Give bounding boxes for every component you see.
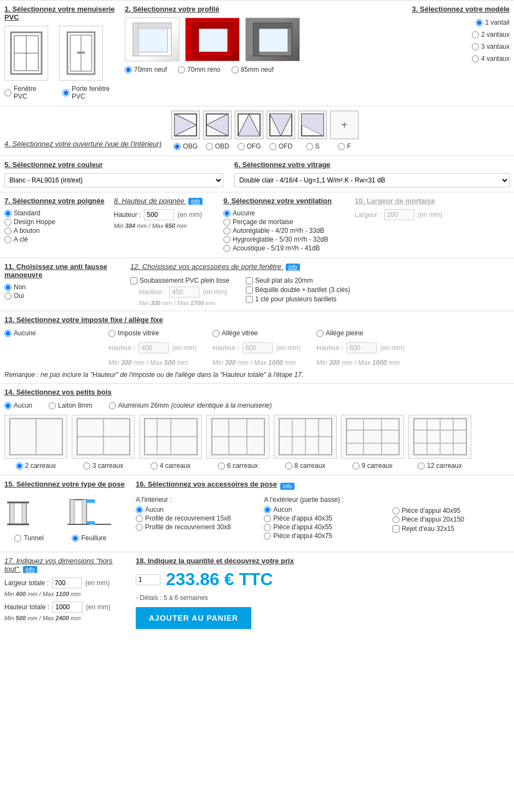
- aucun-petitbois-option[interactable]: Aucun: [4, 402, 32, 409]
- 85neuf-radio[interactable]: [232, 66, 239, 73]
- profil-30x8-radio[interactable]: [136, 524, 143, 531]
- 12carr-label[interactable]: 12 carreaux: [418, 462, 461, 470]
- piece-40x35-radio[interactable]: [264, 515, 271, 522]
- soubassement-option[interactable]: Soubassement PVC plein lisse: [130, 277, 229, 284]
- hauteur-input[interactable]: [53, 602, 83, 613]
- a-bouton-radio[interactable]: [4, 227, 11, 235]
- opening-OBG[interactable]: OBG: [171, 111, 200, 151]
- 70reno-radio[interactable]: [178, 66, 185, 73]
- fenetre-radio[interactable]: [4, 89, 11, 96]
- step8-input[interactable]: [144, 209, 174, 220]
- 70neuf-option[interactable]: 70mm neuf: [125, 66, 167, 73]
- step16-info-badge[interactable]: info: [280, 483, 294, 490]
- porte-fenetre-option[interactable]: Porte fenêtre PVC: [62, 85, 125, 100]
- OFG-label[interactable]: OFG: [238, 142, 261, 150]
- opening-OFD[interactable]: OFD: [267, 111, 295, 151]
- oui-option[interactable]: Oui: [4, 292, 125, 300]
- OBD-radio[interactable]: [206, 143, 213, 150]
- tunnel-radio[interactable]: [14, 535, 21, 542]
- 3carr-label[interactable]: 3 carreaux: [83, 462, 124, 470]
- piece-40x55-option[interactable]: Pièce d'appui 40x55: [264, 523, 381, 531]
- piece-40x75-radio[interactable]: [264, 533, 271, 540]
- 2vantaux-radio[interactable]: [472, 31, 479, 38]
- piece-40x95-radio[interactable]: [392, 507, 400, 514]
- acoustique-option[interactable]: Acoustique - 5/19 m³/h - 41dB: [223, 244, 349, 252]
- opening-OFG[interactable]: OFG: [235, 111, 263, 151]
- petitbois-2carr[interactable]: 2 carreaux: [4, 415, 67, 471]
- piece-20x150-radio[interactable]: [392, 516, 400, 523]
- aucune-imposte-radio[interactable]: [4, 330, 11, 337]
- porte-fenetre-radio[interactable]: [62, 89, 70, 96]
- vitrage-select[interactable]: Double clair - 4/16/4 - Ug=1,1 W/m².K - …: [234, 173, 510, 187]
- oui-radio[interactable]: [4, 293, 11, 300]
- allege-pleine-radio[interactable]: [316, 330, 324, 337]
- 2carr-radio[interactable]: [16, 462, 23, 470]
- bequille-check[interactable]: [246, 287, 253, 294]
- OFD-label[interactable]: OFD: [269, 142, 292, 150]
- laiton-radio[interactable]: [49, 402, 56, 409]
- pose-tunnel[interactable]: Tunnel: [4, 493, 54, 543]
- a-bouton-option[interactable]: A bouton: [4, 227, 108, 235]
- opening-OBD[interactable]: OBD: [203, 111, 232, 151]
- petitbois-8carr[interactable]: 8 carreaux: [274, 415, 337, 471]
- 3vantaux-option[interactable]: 3 vantaux: [472, 43, 510, 50]
- imposte-vitree-option[interactable]: Imposte vitrée: [108, 329, 201, 337]
- aucune-vent-option[interactable]: Aucune: [223, 209, 349, 217]
- aucun-ext-radio[interactable]: [264, 506, 271, 513]
- fenetre-option[interactable]: Fenêtre PVC: [4, 85, 51, 100]
- autoreglable-option[interactable]: Autoréglable - 4/20 m³/h - 33dB: [223, 227, 349, 235]
- OFD-radio[interactable]: [269, 143, 276, 150]
- aucun-int-radio[interactable]: [136, 506, 143, 513]
- piece-20x150-option[interactable]: Pièce d'appui 20x150: [392, 516, 510, 523]
- F-label[interactable]: F: [338, 142, 351, 150]
- opening-S[interactable]: S: [298, 111, 327, 151]
- profil-15x8-option[interactable]: Profilé de recouvrement 15x8: [136, 514, 253, 522]
- piece-40x35-option[interactable]: Pièce d'appui 40x35: [264, 514, 381, 522]
- feuillure-option[interactable]: Feuillure: [72, 534, 106, 542]
- profil-30x8-option[interactable]: Profilé de recouvrement 30x8: [136, 523, 253, 531]
- 3vantaux-radio[interactable]: [472, 43, 479, 50]
- design-hoppe-option[interactable]: Design Hoppe: [4, 218, 108, 226]
- 12carr-radio[interactable]: [418, 462, 425, 470]
- a-cle-option[interactable]: A clé: [4, 236, 108, 243]
- 4vantaux-radio[interactable]: [472, 55, 479, 62]
- standard-option[interactable]: Standard: [4, 209, 108, 217]
- non-option[interactable]: Non: [4, 283, 125, 291]
- piece-40x95-option[interactable]: Pièce d'appui 40x95: [392, 507, 510, 514]
- soubassement-check[interactable]: [130, 277, 137, 284]
- 70reno-option[interactable]: 70mm réno: [178, 66, 221, 73]
- cle-barillet-option[interactable]: 1 clé pour plusieurs barillets: [246, 295, 350, 303]
- 8carr-label[interactable]: 8 carreaux: [285, 462, 326, 470]
- step8-info-badge[interactable]: info: [188, 198, 203, 205]
- allege-vitree-option[interactable]: Allège vitrée: [212, 329, 305, 337]
- non-radio[interactable]: [4, 284, 11, 291]
- aucun-petitbois-radio[interactable]: [4, 402, 11, 409]
- OBG-radio[interactable]: [174, 143, 181, 150]
- S-radio[interactable]: [306, 143, 313, 150]
- piece-40x75-option[interactable]: Pièce d'appui 40x75: [264, 532, 381, 540]
- tunnel-option[interactable]: Tunnel: [14, 534, 43, 542]
- 4vantaux-option[interactable]: 4 vantaux: [472, 55, 510, 62]
- 8carr-radio[interactable]: [285, 462, 292, 470]
- F-radio[interactable]: [338, 143, 345, 150]
- 2vantaux-option[interactable]: 2 vantaux: [472, 31, 510, 38]
- rejet-32x15-check[interactable]: [392, 525, 400, 533]
- aluminium-option[interactable]: Aluminium 26mm (couleur identique à la m…: [109, 402, 272, 409]
- 4carr-radio[interactable]: [151, 462, 158, 470]
- 2carr-label[interactable]: 2 carreaux: [16, 462, 56, 470]
- step12-info-badge[interactable]: info: [286, 264, 300, 271]
- 1vantail-option[interactable]: 1 vantail: [476, 19, 510, 26]
- 70neuf-radio[interactable]: [125, 66, 132, 73]
- petitbois-6carr[interactable]: 6 carreaux: [206, 415, 269, 471]
- OFG-radio[interactable]: [238, 143, 245, 150]
- 9carr-label[interactable]: 9 carreaux: [353, 462, 393, 470]
- aucune-vent-radio[interactable]: [223, 210, 230, 217]
- bequille-option[interactable]: Béquille double + barillet (3 clés): [246, 286, 350, 294]
- 4carr-label[interactable]: 4 carreaux: [151, 462, 191, 470]
- percage-option[interactable]: Perçage de mortaise: [223, 218, 349, 226]
- 6carr-label[interactable]: 6 carreaux: [218, 462, 258, 470]
- standard-radio[interactable]: [4, 210, 11, 217]
- rejet-32x15-option[interactable]: Rejet d'eau 32x15: [392, 525, 510, 533]
- aucun-ext-option[interactable]: Aucun: [264, 506, 381, 513]
- piece-40x55-radio[interactable]: [264, 524, 271, 531]
